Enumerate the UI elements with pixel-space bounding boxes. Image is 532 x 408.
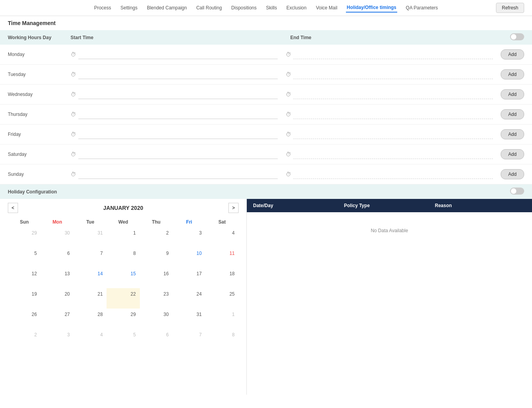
calendar-day[interactable]: 30	[41, 227, 74, 247]
monday-start-time-wrapper: ⏱	[71, 50, 278, 59]
weekday-fri: Fri	[173, 217, 206, 227]
sunday-end-time-input[interactable]	[293, 170, 493, 179]
refresh-button[interactable]: Refresh	[496, 3, 524, 13]
calendar-day[interactable]: 6	[140, 329, 173, 349]
calendar-day[interactable]: 31	[74, 227, 107, 247]
monday-end-time-input[interactable]	[293, 50, 493, 59]
nav-settings[interactable]: Settings	[120, 4, 138, 12]
monday-start-clock-icon: ⏱	[71, 51, 76, 58]
holiday-toggle-switch[interactable]	[510, 188, 524, 195]
calendar-day[interactable]: 12	[8, 268, 41, 288]
calendar-day[interactable]: 25	[206, 288, 239, 309]
day-row-monday: Monday ⏱ ⏱ Add	[0, 45, 532, 65]
friday-start-time-input[interactable]	[78, 130, 278, 139]
day-row-sunday: Sunday ⏱ ⏱ Add	[0, 164, 532, 184]
sunday-start-time-wrapper: ⏱	[71, 170, 278, 179]
calendar-day[interactable]: 10	[173, 247, 206, 268]
calendar-prev-button[interactable]: <	[8, 203, 18, 213]
nav-skills[interactable]: Skills	[265, 4, 278, 12]
friday-add-button[interactable]: Add	[501, 129, 524, 139]
nav-exclusion[interactable]: Exclusion	[286, 4, 307, 12]
nav-holiday-office-timings[interactable]: Holiday/Office timings	[346, 3, 397, 13]
wednesday-start-time-input[interactable]	[78, 90, 278, 99]
calendar-day[interactable]: 5	[8, 247, 41, 268]
wednesday-add-button[interactable]: Add	[501, 89, 524, 99]
calendar-day[interactable]: 13	[41, 268, 74, 288]
thursday-add-button[interactable]: Add	[501, 109, 524, 119]
calendar-day[interactable]: 8	[206, 329, 239, 349]
wednesday-start-clock-icon: ⏱	[71, 91, 76, 97]
calendar-day[interactable]: 26	[8, 309, 41, 329]
calendar-day[interactable]: 3	[41, 329, 74, 349]
thursday-end-clock-icon: ⏱	[286, 111, 291, 117]
calendar-day[interactable]: 31	[173, 309, 206, 329]
calendar-day[interactable]: 20	[41, 288, 74, 309]
calendar-day[interactable]: 24	[173, 288, 206, 309]
calendar-day[interactable]: 4	[206, 227, 239, 247]
monday-add-button[interactable]: Add	[501, 49, 524, 60]
wednesday-end-time-wrapper: ⏱	[286, 90, 493, 99]
monday-start-time-input[interactable]	[78, 50, 278, 59]
nav-dispositions[interactable]: Dispositions	[230, 4, 257, 12]
calendar-day[interactable]: 19	[8, 288, 41, 309]
friday-start-clock-icon: ⏱	[71, 131, 76, 137]
calendar-grid: Sun Mon Tue Wed Thu Fri Sat 293031123456…	[8, 217, 239, 349]
calendar-day[interactable]: 30	[140, 309, 173, 329]
holiday-toggle[interactable]	[510, 188, 524, 196]
col-end-label: End Time	[290, 35, 510, 40]
calendar-day[interactable]: 22	[107, 288, 139, 309]
saturday-start-time-input[interactable]	[78, 150, 278, 159]
calendar-day[interactable]: 11	[206, 247, 239, 268]
calendar-day[interactable]: 16	[140, 268, 173, 288]
nav-voice-mail[interactable]: Voice Mail	[315, 4, 338, 12]
thursday-start-time-input[interactable]	[78, 110, 278, 119]
tuesday-end-time-input[interactable]	[293, 70, 493, 79]
saturday-add-button[interactable]: Add	[501, 149, 524, 159]
calendar-day[interactable]: 17	[173, 268, 206, 288]
nav-qa-parameters[interactable]: QA Parameters	[405, 4, 439, 12]
saturday-end-time-input[interactable]	[293, 150, 493, 159]
friday-end-clock-icon: ⏱	[286, 131, 291, 137]
calendar-day[interactable]: 14	[74, 268, 107, 288]
calendar-day[interactable]: 4	[74, 329, 107, 349]
calendar-day[interactable]: 8	[107, 247, 139, 268]
calendar-day[interactable]: 1	[107, 227, 139, 247]
calendar-day[interactable]: 29	[107, 309, 139, 329]
wednesday-end-time-input[interactable]	[293, 90, 493, 99]
calendar-day[interactable]: 21	[74, 288, 107, 309]
calendar-day[interactable]: 7	[74, 247, 107, 268]
calendar-day[interactable]: 3	[173, 227, 206, 247]
calendar-day[interactable]: 2	[140, 227, 173, 247]
nav-process[interactable]: Process	[93, 4, 112, 12]
calendar-day[interactable]: 2	[8, 329, 41, 349]
tuesday-start-time-input[interactable]	[78, 70, 278, 79]
day-row-thursday: Thursday ⏱ ⏱ Add	[0, 105, 532, 125]
calendar-day[interactable]: 28	[74, 309, 107, 329]
sunday-start-time-input[interactable]	[78, 170, 278, 179]
holiday-table-header: Date/Day Policy Type Reason	[247, 199, 532, 212]
calendar-day[interactable]: 9	[140, 247, 173, 268]
nav-call-routing[interactable]: Call Routing	[195, 4, 223, 12]
calendar-day[interactable]: 5	[107, 329, 139, 349]
nav-blended-campaign[interactable]: Blended Campaign	[146, 4, 188, 12]
calendar-day[interactable]: 29	[8, 227, 41, 247]
calendar-day[interactable]: 27	[41, 309, 74, 329]
working-hours-toggle[interactable]	[510, 33, 524, 42]
calendar-day[interactable]: 6	[41, 247, 74, 268]
weekday-sun: Sun	[8, 217, 41, 227]
calendar-next-button[interactable]: >	[228, 203, 239, 213]
working-hours-toggle-switch[interactable]	[510, 33, 524, 40]
friday-end-time-input[interactable]	[293, 130, 493, 139]
calendar-day[interactable]: 15	[107, 268, 139, 288]
sunday-add-button[interactable]: Add	[501, 169, 524, 179]
tuesday-add-button[interactable]: Add	[501, 69, 524, 79]
no-data-message: No Data Available	[247, 212, 532, 249]
page-title: Time Management	[0, 16, 532, 30]
wednesday-start-time-wrapper: ⏱	[71, 90, 278, 99]
calendar-day[interactable]: 7	[173, 329, 206, 349]
calendar-day[interactable]: 18	[206, 268, 239, 288]
thursday-start-clock-icon: ⏱	[71, 111, 76, 117]
calendar-day[interactable]: 23	[140, 288, 173, 309]
thursday-end-time-input[interactable]	[293, 110, 493, 119]
calendar-day[interactable]: 1	[206, 309, 239, 329]
